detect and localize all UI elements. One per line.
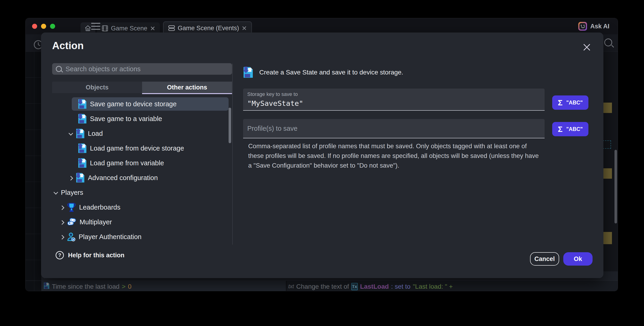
ok-button[interactable]: Ok bbox=[563, 252, 592, 266]
sigma-icon: Σ bbox=[558, 98, 562, 107]
tree-scrollbar[interactable] bbox=[228, 108, 231, 143]
zoom-window-button[interactable] bbox=[50, 24, 55, 29]
tree-item-label: Load game from device storage bbox=[90, 145, 184, 152]
drop-indicator bbox=[603, 140, 611, 149]
save-icon bbox=[44, 282, 50, 291]
home-icon bbox=[84, 25, 91, 32]
events-icon bbox=[168, 25, 175, 31]
menu-icon[interactable] bbox=[91, 23, 100, 30]
tree-item-label: Advanced configuration bbox=[88, 174, 158, 182]
action-value-line2: ToString(SaveState.TimeSinceLastLoad()) … bbox=[300, 291, 436, 291]
close-icon[interactable] bbox=[242, 25, 247, 31]
chevron-down-icon[interactable] bbox=[54, 191, 58, 194]
save-icon bbox=[243, 67, 253, 78]
action-object-name: LastLoad bbox=[360, 283, 389, 290]
tree-item-save-game-to-variable[interactable]: Save game to a variable bbox=[52, 111, 232, 126]
minimize-window-button[interactable] bbox=[41, 24, 46, 29]
trophy-icon bbox=[67, 202, 76, 212]
tree-item-label: Players bbox=[61, 189, 83, 196]
tree-item-label: Leaderboards bbox=[79, 204, 120, 211]
condition-value: 0 bbox=[128, 283, 132, 290]
close-icon[interactable] bbox=[150, 26, 155, 31]
tab-label: Game Scene (Events) bbox=[178, 25, 239, 32]
description-text: Create a Save State and save it to devic… bbox=[259, 69, 403, 76]
tree-item-load-game-from-device-storage[interactable]: Load game from device storage bbox=[52, 141, 232, 156]
tree-item-load-game-from-variable[interactable]: Load game from variable bbox=[52, 156, 232, 170]
tree-item-label: Load bbox=[88, 130, 103, 137]
action-operator-text: : set to bbox=[391, 283, 410, 290]
tree-item-label: Load game from variable bbox=[90, 159, 164, 167]
app-window: Game Scene Game Scene (Events) Ask AI bbox=[25, 18, 618, 291]
expression-editor-button[interactable]: Σ "ABC" bbox=[552, 122, 588, 136]
action-text: Change the text of bbox=[296, 283, 349, 290]
tree-item-label: Save game to a variable bbox=[90, 115, 162, 123]
window-controls bbox=[32, 24, 55, 29]
tree-group-load[interactable]: Load bbox=[52, 126, 232, 141]
events-scrollbar[interactable] bbox=[614, 150, 617, 223]
parameter-help-text: Comma-separated list of profile names th… bbox=[248, 141, 541, 170]
event-action-cell[interactable]: txt Change the text of Tx LastLoad : set… bbox=[287, 281, 618, 291]
tree-group-player-authentication[interactable]: Player Authentication bbox=[52, 229, 232, 244]
tree-item-save-game-to-device-storage[interactable]: Save game to device storage bbox=[52, 97, 232, 111]
actions-tree: Save game to device storage Save game to… bbox=[52, 97, 232, 246]
condition-text: Time since the last load bbox=[52, 283, 120, 290]
search-input[interactable] bbox=[66, 65, 228, 73]
events-gutter bbox=[26, 52, 41, 291]
cancel-button[interactable]: Cancel bbox=[530, 252, 559, 266]
load-icon bbox=[78, 143, 87, 153]
expression-editor-button[interactable]: Σ "ABC" bbox=[552, 95, 588, 110]
event-color-block bbox=[603, 232, 612, 244]
category-tabs: Objects Other actions bbox=[52, 82, 232, 93]
scene-icon bbox=[102, 25, 108, 31]
search-icon bbox=[56, 66, 62, 72]
gamepad-icon bbox=[67, 218, 76, 226]
tab-label: Game Scene bbox=[111, 25, 148, 32]
text-object-icon: Tx bbox=[351, 283, 358, 290]
titlebar: Game Scene Game Scene (Events) Ask AI bbox=[26, 18, 618, 34]
event-color-block bbox=[603, 168, 612, 179]
action-dialog: Action Objects Other actions Save game t… bbox=[41, 32, 604, 278]
action-description: Create a Save State and save it to devic… bbox=[243, 67, 403, 78]
chevron-down-icon[interactable] bbox=[69, 132, 73, 135]
load-icon bbox=[76, 128, 85, 139]
question-icon: ? bbox=[56, 251, 64, 259]
field-label: Profile(s) to save bbox=[247, 125, 298, 132]
chevron-right-icon[interactable] bbox=[60, 220, 64, 224]
tree-group-players[interactable]: Players bbox=[52, 185, 232, 200]
chevron-right-icon[interactable] bbox=[60, 235, 64, 239]
event-row[interactable]: Time since the last load > 0 txt Change … bbox=[26, 281, 618, 291]
event-condition-cell[interactable]: Time since the last load > 0 bbox=[41, 281, 286, 291]
profiles-field[interactable]: Profile(s) to save bbox=[243, 119, 544, 138]
ai-robot-icon bbox=[578, 22, 587, 31]
person-check-icon bbox=[67, 232, 76, 241]
tree-item-label: Multiplayer bbox=[80, 218, 112, 226]
save-icon bbox=[76, 173, 85, 183]
chevron-right-icon[interactable] bbox=[69, 176, 73, 180]
search-field bbox=[52, 63, 232, 75]
chevron-right-icon[interactable] bbox=[60, 205, 64, 209]
tree-item-label: Save game to device storage bbox=[90, 100, 177, 108]
dialog-title: Action bbox=[52, 40, 84, 51]
action-value: "Last load: " + bbox=[413, 283, 453, 290]
storage-key-field: Storage key to save to bbox=[243, 88, 544, 111]
condition-operator: > bbox=[122, 283, 126, 290]
field-label: Storage key to save to bbox=[247, 91, 540, 97]
help-for-action-link[interactable]: ? Help for this action bbox=[56, 251, 124, 259]
close-window-button[interactable] bbox=[32, 24, 37, 29]
tab-objects[interactable]: Objects bbox=[52, 82, 142, 93]
panel-divider bbox=[232, 64, 233, 245]
close-icon[interactable] bbox=[583, 43, 591, 51]
ask-ai-button[interactable]: Ask AI bbox=[578, 22, 610, 31]
tree-group-multiplayer[interactable]: Multiplayer bbox=[52, 215, 232, 229]
tree-group-advanced-configuration[interactable]: Advanced configuration bbox=[52, 170, 232, 185]
tab-other-actions[interactable]: Other actions bbox=[142, 82, 232, 93]
event-color-block bbox=[603, 103, 612, 113]
search-icon[interactable] bbox=[604, 38, 612, 46]
action-type-tag: txt bbox=[288, 283, 294, 290]
save-icon bbox=[78, 99, 87, 109]
storage-key-input[interactable] bbox=[247, 99, 540, 107]
load-icon bbox=[78, 158, 87, 168]
tree-group-leaderboards[interactable]: Leaderboards bbox=[52, 200, 232, 215]
save-icon bbox=[78, 114, 87, 124]
sigma-icon: Σ bbox=[558, 125, 562, 134]
